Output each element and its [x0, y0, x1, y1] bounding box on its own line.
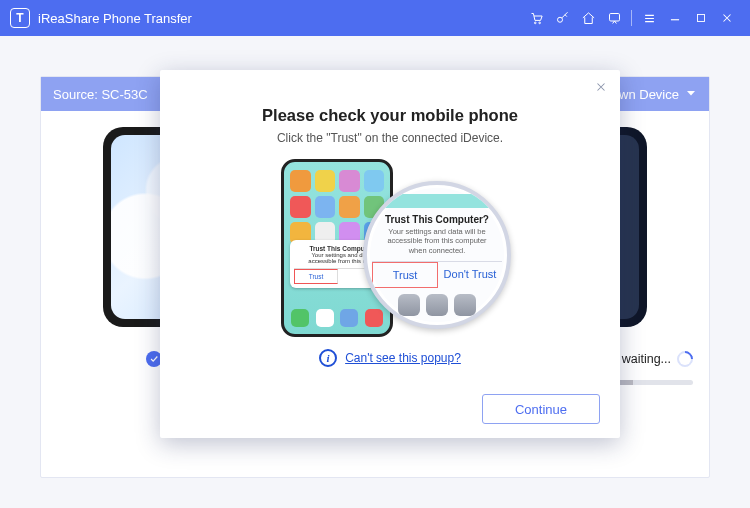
menu-icon[interactable] — [636, 0, 662, 36]
info-icon: i — [319, 349, 337, 367]
titlebar: T iReaShare Phone Transfer — [0, 0, 750, 36]
home-icon[interactable] — [575, 0, 601, 36]
continue-button[interactable]: Continue — [482, 394, 600, 424]
continue-button-label: Continue — [515, 402, 567, 417]
close-button[interactable] — [714, 0, 740, 36]
app-title: iReaShare Phone Transfer — [38, 11, 192, 26]
app-logo-letter: T — [16, 11, 23, 25]
magnified-trust-button: Trust — [372, 262, 438, 288]
chevron-down-icon[interactable] — [685, 87, 697, 102]
illus-magnifier: Trust This Computer? Your settings and d… — [363, 181, 511, 329]
help-row: i Can't see this popup? — [180, 349, 600, 367]
app-logo: T — [10, 8, 30, 28]
key-icon[interactable] — [549, 0, 575, 36]
magnified-desc: Your settings and data will be accessibl… — [367, 225, 507, 261]
minimize-button[interactable] — [662, 0, 688, 36]
cart-icon[interactable] — [523, 0, 549, 36]
magnified-dont-trust-button: Don't Trust — [438, 262, 502, 288]
svg-point-2 — [557, 17, 562, 22]
maximize-button[interactable] — [688, 0, 714, 36]
magnified-title: Trust This Computer? — [385, 214, 489, 225]
svg-point-0 — [534, 22, 536, 24]
svg-rect-4 — [698, 15, 705, 22]
illus-small-trust: Trust — [294, 269, 338, 284]
spinner-icon — [674, 348, 697, 371]
svg-point-1 — [538, 22, 540, 24]
modal-heading: Please check your mobile phone — [180, 106, 600, 125]
svg-rect-3 — [609, 13, 619, 21]
modal-subtitle: Click the "Trust" on the connected iDevi… — [180, 131, 600, 145]
titlebar-separator — [631, 10, 632, 26]
trust-modal: Please check your mobile phone Click the… — [160, 70, 620, 438]
feedback-icon[interactable] — [601, 0, 627, 36]
modal-illustration: Trust This Compu Your settings and d acc… — [275, 159, 505, 339]
source-device-label: Source: SC-53C — [53, 87, 148, 102]
modal-close-button[interactable] — [592, 78, 610, 96]
help-link[interactable]: Can't see this popup? — [345, 351, 461, 365]
